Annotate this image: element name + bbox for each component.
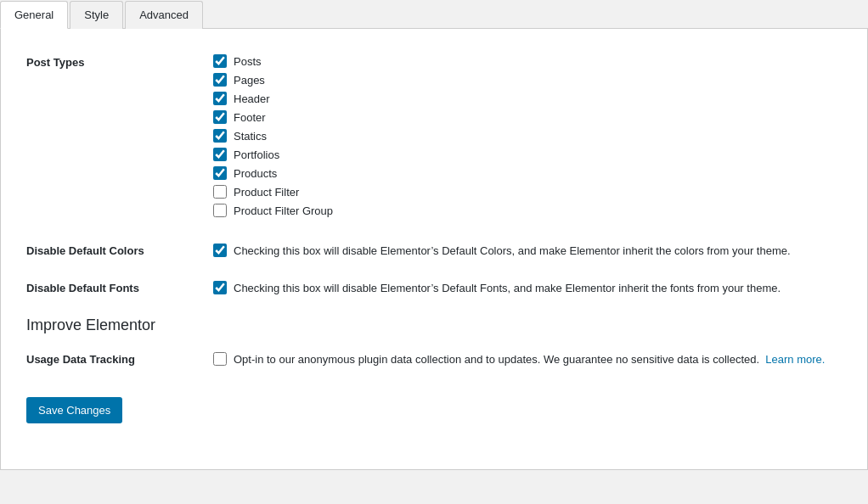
disable-fonts-checkbox-row: Checking this box will disable Elementor… <box>213 280 842 297</box>
usage-tracking-checkbox-row: Opt-in to our anonymous plugin data coll… <box>213 351 842 368</box>
checkbox-product-filter: Product Filter <box>213 185 842 199</box>
tab-general[interactable]: General <box>0 1 68 29</box>
disable-fonts-description: Checking this box will disable Elementor… <box>234 280 781 297</box>
checkbox-header: Header <box>213 92 842 105</box>
usage-tracking-row: Usage Data Tracking Opt-in to our anonym… <box>26 351 842 368</box>
checkbox-products-input[interactable] <box>213 166 227 180</box>
checkbox-product-filter-group: Product Filter Group <box>213 204 842 217</box>
usage-tracking-checkbox[interactable] <box>213 352 227 366</box>
learn-more-link[interactable]: Learn more. <box>765 353 825 366</box>
post-types-controls: Posts Pages Header Footer Statics <box>213 54 842 222</box>
disable-fonts-checkbox[interactable] <box>213 281 227 294</box>
checkbox-statics: Statics <box>213 129 842 143</box>
improve-elementor-heading: Improve Elementor <box>26 316 842 334</box>
usage-tracking-description: Opt-in to our anonymous plugin data coll… <box>234 351 825 368</box>
checkbox-portfolios-label[interactable]: Portfolios <box>234 148 279 161</box>
disable-fonts-row: Disable Default Fonts Checking this box … <box>26 280 842 297</box>
usage-tracking-label: Usage Data Tracking <box>26 351 213 366</box>
disable-colors-checkbox-row: Checking this box will disable Elementor… <box>213 243 842 260</box>
page-wrap: General Style Advanced Post Types Posts … <box>0 0 868 504</box>
checkbox-footer: Footer <box>213 110 842 124</box>
checkbox-footer-label[interactable]: Footer <box>234 111 266 124</box>
checkbox-product-filter-input[interactable] <box>213 185 227 199</box>
disable-colors-description: Checking this box will disable Elementor… <box>234 243 791 260</box>
checkbox-portfolios: Portfolios <box>213 148 842 161</box>
checkbox-posts-input[interactable] <box>213 54 227 68</box>
checkbox-statics-input[interactable] <box>213 129 227 143</box>
checkbox-header-input[interactable] <box>213 92 227 105</box>
disable-colors-row: Disable Default Colors Checking this box… <box>26 243 842 260</box>
checkbox-posts-label[interactable]: Posts <box>234 55 262 68</box>
checkbox-posts: Posts <box>213 54 842 68</box>
disable-colors-checkbox[interactable] <box>213 244 227 257</box>
checkbox-header-label[interactable]: Header <box>234 92 270 105</box>
checkbox-statics-label[interactable]: Statics <box>234 130 267 143</box>
checkbox-products-label[interactable]: Products <box>234 167 277 180</box>
content-area: Post Types Posts Pages Header Footer <box>0 29 868 470</box>
disable-colors-label: Disable Default Colors <box>26 243 213 257</box>
tabs-bar: General Style Advanced <box>0 0 868 29</box>
disable-fonts-controls: Checking this box will disable Elementor… <box>213 280 842 297</box>
checkbox-product-filter-group-label[interactable]: Product Filter Group <box>234 204 333 217</box>
checkbox-pages-input[interactable] <box>213 73 227 87</box>
checkbox-products: Products <box>213 166 842 180</box>
checkbox-portfolios-input[interactable] <box>213 148 227 161</box>
disable-colors-controls: Checking this box will disable Elementor… <box>213 243 842 260</box>
tab-style[interactable]: Style <box>70 1 123 29</box>
checkbox-product-filter-label[interactable]: Product Filter <box>234 186 299 199</box>
post-types-label: Post Types <box>26 54 213 69</box>
checkbox-pages-label[interactable]: Pages <box>234 74 265 87</box>
post-types-row: Post Types Posts Pages Header Footer <box>26 54 842 222</box>
checkbox-pages: Pages <box>213 73 842 87</box>
checkbox-footer-input[interactable] <box>213 110 227 124</box>
disable-fonts-label: Disable Default Fonts <box>26 280 213 294</box>
checkbox-product-filter-group-input[interactable] <box>213 204 227 217</box>
tab-advanced[interactable]: Advanced <box>125 1 203 29</box>
usage-tracking-controls: Opt-in to our anonymous plugin data coll… <box>213 351 842 368</box>
save-changes-button[interactable]: Save Changes <box>26 397 122 423</box>
